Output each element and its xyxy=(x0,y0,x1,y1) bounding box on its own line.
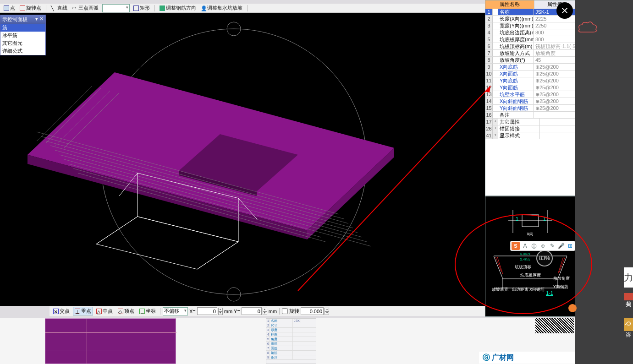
prop-row-17[interactable]: 17+其它属性 xyxy=(485,119,575,125)
prop-value-cell[interactable]: ⊕25@200 xyxy=(534,77,575,84)
snap-coord[interactable]: ∟坐标 xyxy=(138,307,158,315)
snap-intersection[interactable]: ✕交点 xyxy=(51,307,72,315)
snap-midpoint[interactable]: △中点 xyxy=(94,307,115,315)
prop-name-cell[interactable]: 坑壁水平筋 xyxy=(498,91,534,98)
prop-value-cell[interactable]: ⊕25@200 xyxy=(534,91,575,98)
point-icon xyxy=(4,5,9,11)
prop-value-cell[interactable]: 800 xyxy=(534,29,575,36)
prop-value-cell[interactable]: 2250 xyxy=(534,22,575,29)
prop-row-8[interactable]: 8放坡角度(°)45 xyxy=(485,57,575,64)
rotate-input[interactable] xyxy=(301,307,324,315)
panel-menu-icon[interactable]: ▾ ✕ xyxy=(35,16,44,23)
prop-value-cell[interactable] xyxy=(539,125,575,132)
network-gauge[interactable]: 83% 6.8K/s 3.4K/s xyxy=(536,250,553,266)
prop-expand-icon[interactable]: + xyxy=(493,125,498,132)
prop-name-cell[interactable]: X向底筋 xyxy=(498,64,534,70)
ime-skin-icon[interactable]: ✎ xyxy=(549,242,556,250)
prop-row-10[interactable]: 10X向面筋⊕25@200 xyxy=(485,71,575,77)
side-expand-button[interactable]: 力 xyxy=(624,267,633,288)
ime-zh-icon[interactable]: ㊣ xyxy=(530,242,538,250)
prop-row-12[interactable]: 12Y向面筋⊕25@200 xyxy=(485,84,575,91)
prop-name-cell: 名称 xyxy=(498,9,534,15)
tool-adjust-sump-slope[interactable]: 👤调整集水坑放坡 xyxy=(200,5,243,11)
prop-name-cell[interactable]: Y向斜面钢筋 xyxy=(498,105,534,111)
prop-row-11[interactable]: 11Y向底筋⊕25@200 xyxy=(485,77,575,84)
prop-row-26[interactable]: 26+锚固搭接 xyxy=(485,125,575,132)
arc-mode-combo[interactable] xyxy=(102,4,130,12)
prop-row-num: 9 xyxy=(485,64,493,70)
prop-value-cell[interactable]: 筏板顶标高-1.1(-5. xyxy=(534,43,575,49)
rotate-checkbox[interactable] xyxy=(282,308,288,314)
prop-value-cell[interactable] xyxy=(539,132,575,139)
prop-value-cell[interactable] xyxy=(539,119,575,125)
tree-item-other-elem[interactable]: 其它图元 xyxy=(0,39,45,47)
prop-name-cell[interactable]: Y向底筋 xyxy=(498,77,534,84)
prop-expand-icon[interactable]: + xyxy=(493,119,498,125)
model-svg xyxy=(0,13,485,306)
tool-rect[interactable]: 矩形 xyxy=(132,5,151,11)
prop-row-5[interactable]: 5坑底板厚度(mm)800 xyxy=(485,36,575,43)
prop-row-13[interactable]: 13坑壁水平筋⊕25@200 xyxy=(485,91,575,98)
tool-arc3[interactable]: ◠三点画弧 xyxy=(71,5,99,11)
prop-row-4[interactable]: 4坑底出边距离(mm)800 xyxy=(485,29,575,36)
ime-letter[interactable]: A xyxy=(522,242,529,250)
rotate-spinner[interactable]: ▴▾ xyxy=(325,308,329,315)
diagram-out-dist: 出边距离 xyxy=(512,287,528,293)
ime-toolbar[interactable]: S A ㊣ ☺ ✎ 🎤 ⊞ xyxy=(510,241,575,251)
prop-value-cell[interactable] xyxy=(534,112,575,118)
prop-name-cell: 放坡输入方式 xyxy=(498,50,534,56)
side-tab-guanwo[interactable]: 关我 xyxy=(624,293,633,300)
tool-rotate-point[interactable]: 旋转点 xyxy=(19,5,42,11)
sogou-icon[interactable]: S xyxy=(512,242,520,250)
prop-name-cell[interactable]: X向面筋 xyxy=(498,71,534,77)
overlay-close-button[interactable] xyxy=(556,2,573,19)
prop-row-16[interactable]: 16备注 xyxy=(485,112,575,119)
prop-value-cell[interactable]: ⊕25@200 xyxy=(534,71,575,77)
prop-row-num: 12 xyxy=(485,84,493,91)
x-label: X= xyxy=(189,309,196,314)
prop-row-41[interactable]: 41+显示样式 xyxy=(485,132,575,139)
y-spinner[interactable]: ▴▾ xyxy=(263,308,267,315)
side-tab-q[interactable]: Q 咨 xyxy=(624,318,633,331)
prop-row-14[interactable]: 14X向斜面钢筋⊕25@200 xyxy=(485,98,575,105)
prop-header-name: 属性名称 xyxy=(485,0,534,9)
prop-row-6[interactable]: 6坑板顶标高(m)筏板顶标高-1.1(-5. xyxy=(485,43,575,50)
x-spinner[interactable]: ▴▾ xyxy=(218,308,223,315)
tool-point[interactable]: 点 xyxy=(3,5,16,11)
tool-line[interactable]: ╲直线 xyxy=(50,5,68,11)
ime-emoji-icon[interactable]: ☺ xyxy=(539,242,547,250)
snap-vertex[interactable]: ◇顶点 xyxy=(116,307,136,315)
prop-name-cell[interactable]: Y向面筋 xyxy=(498,84,534,91)
snap-perpendicular[interactable]: ⊥垂点 xyxy=(73,307,93,315)
prop-row-9[interactable]: 9X向底筋⊕25@200 xyxy=(485,64,575,71)
model-viewport-3d[interactable] xyxy=(0,13,485,306)
mini-property-thumb[interactable]: 1名称JSK 2尺寸 3厚度 4标高 5角度 6底筋 7面筋 8钢筋 9备注 xyxy=(266,318,316,364)
prop-value-cell[interactable]: ⊕25@200 xyxy=(534,64,575,70)
prop-row-15[interactable]: 15Y向斜面钢筋⊕25@200 xyxy=(485,105,575,112)
prop-value-cell[interactable]: ⊕25@200 xyxy=(534,84,575,91)
tree-item-detail-formula[interactable]: 详细公式 xyxy=(0,47,45,55)
prop-expand-icon[interactable]: + xyxy=(493,132,498,139)
prop-value-cell[interactable]: ⊕25@200 xyxy=(534,105,575,111)
offset-mode-combo[interactable]: 不偏移 xyxy=(163,307,188,315)
prop-value-cell[interactable]: 放坡角度 xyxy=(534,50,575,56)
guangcai-logo[interactable]: Ⓖ广材网 xyxy=(479,352,575,364)
diagram-slope-angle: 放坡角度 xyxy=(553,276,570,282)
prop-name-cell[interactable]: X向斜面钢筋 xyxy=(498,98,534,104)
prop-value-cell[interactable]: ⊕25@200 xyxy=(534,98,575,104)
prop-row-7[interactable]: 7放坡输入方式放坡角度 xyxy=(485,50,575,57)
tree-item-rebar[interactable]: 筋 xyxy=(0,24,45,32)
prop-name-cell: 其它属性 xyxy=(498,119,539,125)
ime-toolbox-icon[interactable]: ⊞ xyxy=(567,242,574,250)
prop-row-3[interactable]: 3宽度(Y向)(mm)2250 xyxy=(485,22,575,29)
mini-plan-view[interactable] xyxy=(45,318,176,364)
prop-value-cell[interactable]: 45 xyxy=(534,57,575,63)
prop-row-num: 15 xyxy=(485,105,493,111)
prop-name-cell: 宽度(Y向)(mm) xyxy=(498,22,534,29)
y-input[interactable] xyxy=(242,307,262,315)
tool-adjust-rebar-dir[interactable]: 调整钢筋方向 xyxy=(159,5,197,11)
prop-value-cell[interactable]: 800 xyxy=(534,36,575,43)
x-input[interactable] xyxy=(197,307,217,315)
tree-item-horizontal[interactable]: 冰平筋 xyxy=(0,32,45,39)
ime-voice-icon[interactable]: 🎤 xyxy=(557,242,565,250)
